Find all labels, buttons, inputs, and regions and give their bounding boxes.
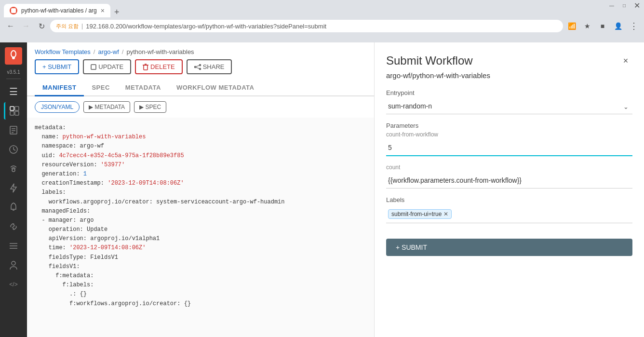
restore-icon[interactable]: □ <box>621 2 628 9</box>
argo-logo-svg <box>7 49 20 63</box>
label-tag-close-icon[interactable]: ✕ <box>443 211 448 217</box>
parameters-section: Parameters count-from-workflow <box>386 122 632 156</box>
breadcrumb-root[interactable]: Workflow Templates <box>35 48 91 55</box>
panel-submit-button[interactable]: + SUBMIT <box>386 239 632 256</box>
code-line: f:metadata: <box>35 271 366 281</box>
minimize-icon[interactable]: — <box>608 2 615 9</box>
broadcast-icon <box>8 163 19 174</box>
breadcrumb-middle[interactable]: argo-wf <box>98 48 119 55</box>
close-window-icon[interactable]: ✕ <box>633 2 640 9</box>
svg-line-28 <box>196 65 199 66</box>
version-label: v3.5.1 <box>7 69 20 75</box>
bell-icon <box>9 202 18 213</box>
sidebar-toggle-icon[interactable]: ■ <box>596 19 609 33</box>
count-value-input[interactable] <box>386 173 632 189</box>
breadcrumb-current: python-wf-with-variables <box>126 48 194 55</box>
reload-button[interactable]: ↻ <box>35 19 48 33</box>
entrypoint-label: Entrypoint <box>386 89 632 96</box>
code-line: apiVersion: argoproj.io/v1alpha1 <box>35 234 366 243</box>
share-button[interactable]: SHARE <box>187 59 232 74</box>
code-line: workflows.argoproj.io/creator: system-se… <box>35 198 366 207</box>
sidebar-divider-1 <box>6 79 21 79</box>
code-line: name: python-wf-with-variables <box>35 133 366 142</box>
code-line: labels: <box>35 188 366 197</box>
address-bar-input[interactable]: 주의 요함 | 192.168.0.200/workflow-templates… <box>50 20 563 32</box>
code-line: resourceVersion: '53977' <box>35 161 366 170</box>
link-icon <box>8 221 19 232</box>
metadata-expand-button[interactable]: ▶ METADATA <box>83 101 130 113</box>
tab-spec[interactable]: SPEC <box>84 80 117 96</box>
svg-point-26 <box>199 68 201 69</box>
code-line: operation: Update <box>35 225 366 234</box>
labels-container: submit-from-ui=true ✕ <box>386 205 632 223</box>
parameters-label: Parameters <box>386 122 632 129</box>
sidebar-item-bell[interactable] <box>4 199 23 216</box>
labels-label: Labels <box>386 196 632 203</box>
update-button[interactable]: UPDATE <box>83 59 131 74</box>
forward-button[interactable]: → <box>19 19 33 33</box>
svg-rect-21 <box>91 65 96 69</box>
labels-section: Labels submit-from-ui=true ✕ <box>386 196 632 223</box>
panel-header: Submit Workflow × <box>386 54 632 67</box>
entrypoint-select-wrapper: sum-random-n ⌄ <box>386 98 632 114</box>
svg-marker-15 <box>11 184 16 192</box>
code-area[interactable]: metadata: name: python-wf-with-variables… <box>27 118 374 337</box>
json-yaml-button[interactable]: JSON/YAML <box>35 101 80 113</box>
cast-icon[interactable]: 📶 <box>565 19 578 33</box>
label-tag: submit-from-ui=true ✕ <box>388 209 452 219</box>
code-line: fieldsType: FieldsV1 <box>35 253 366 262</box>
tab-workflow-metadata[interactable]: WORKFLOW METADATA <box>169 80 262 96</box>
app-logo[interactable] <box>4 46 23 66</box>
side-panel: Submit Workflow × argo-wf/python-wf-with… <box>374 42 644 337</box>
sidebar-item-list[interactable] <box>4 237 23 255</box>
count-section: count <box>386 164 632 189</box>
sidebar-item-user[interactable] <box>4 256 23 274</box>
sidebar-item-link[interactable] <box>4 218 23 235</box>
svg-rect-4 <box>15 107 19 110</box>
bookmark-icon[interactable]: ★ <box>580 19 594 33</box>
svg-point-2 <box>12 56 15 59</box>
profile-icon[interactable]: 👤 <box>611 19 625 33</box>
menu-dots-icon[interactable]: ⋮ <box>627 19 640 33</box>
tab-close-icon[interactable]: × <box>101 7 105 14</box>
svg-rect-6 <box>15 111 19 115</box>
sidebar-item-reports[interactable] <box>4 121 23 139</box>
svg-point-27 <box>194 66 196 67</box>
panel-close-button[interactable]: × <box>619 54 632 67</box>
tab-metadata[interactable]: METADATA <box>118 80 169 96</box>
sidebar-item-workflows[interactable] <box>4 102 23 120</box>
sidebar-item-broadcast[interactable] <box>4 160 23 177</box>
page-header: Workflow Templates / argo-wf / python-wf… <box>27 42 374 59</box>
code-line: metadata: <box>35 123 366 133</box>
sidebar-item-clock[interactable] <box>4 141 23 158</box>
svg-rect-5 <box>10 111 14 115</box>
security-warning: 주의 요함 <box>56 23 79 30</box>
back-button[interactable]: ← <box>4 19 17 33</box>
sidebar-item-menu[interactable]: ☰ <box>4 83 23 100</box>
tab-manifest[interactable]: MANIFEST <box>35 80 84 96</box>
param-name-label: count-from-workflow <box>386 131 632 138</box>
browser-tab[interactable]: python-wf-with-variables / arg × <box>4 4 110 17</box>
code-line: time: '2023-12-09T14:08:06Z' <box>35 243 366 253</box>
share-icon <box>194 64 201 70</box>
sidebar-item-code[interactable]: </> <box>4 276 23 293</box>
submit-button[interactable]: + SUBMIT <box>35 59 79 74</box>
entrypoint-select[interactable]: sum-random-n <box>386 98 632 114</box>
sub-toolbar: JSON/YAML ▶ METADATA ▶ SPEC <box>27 96 374 118</box>
code-line: - manager: argo <box>35 216 366 225</box>
panel-title: Submit Workflow <box>386 54 473 67</box>
reports-icon <box>9 125 18 135</box>
main-content: Workflow Templates / argo-wf / python-wf… <box>27 42 374 337</box>
spec-expand-button[interactable]: ▶ SPEC <box>134 101 166 113</box>
new-tab-button[interactable]: + <box>110 7 123 17</box>
sidebar: v3.5.1 ☰ </> <box>0 42 27 337</box>
toolbar: + SUBMIT UPDATE DELETE SHARE <box>27 59 374 80</box>
tab-title: python-wf-with-variables / arg <box>21 7 97 14</box>
code-line: .: {} <box>35 290 366 299</box>
sidebar-item-bolt[interactable] <box>4 179 23 197</box>
breadcrumb-sep-1: / <box>94 48 95 55</box>
param-value-input[interactable] <box>386 140 632 156</box>
code-line: namespace: argo-wf <box>35 142 366 151</box>
clock-icon <box>9 145 18 154</box>
delete-button[interactable]: DELETE <box>135 59 183 74</box>
